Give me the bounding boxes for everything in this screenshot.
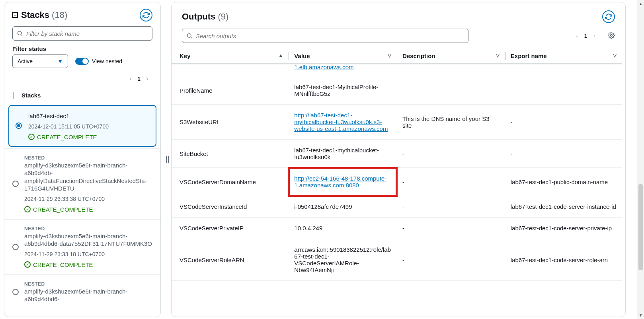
refresh-stacks-button[interactable] [140, 9, 152, 21]
outputs-table: Key▲ Value▽ Description▽ Export name▽ 1.… [172, 49, 622, 281]
cell-desc [397, 64, 505, 76]
cell-export: - [505, 105, 622, 140]
table-row: VSCodeServerRoleARNarn:aws:iam::59018382… [172, 239, 622, 281]
cell-key [172, 64, 289, 76]
svg-point-6 [611, 34, 613, 36]
svg-rect-2 [166, 156, 167, 163]
svg-point-0 [18, 31, 21, 35]
sort-icon: ▽ [496, 53, 500, 58]
cell-desc: This is the DNS name of your S3 site [397, 105, 505, 140]
stack-search-input[interactable] [26, 30, 148, 37]
outputs-panel: Outputs (9) ‹ 1 › [171, 2, 626, 317]
radio-button[interactable] [12, 289, 19, 295]
cell-desc: - [397, 239, 505, 281]
col-description[interactable]: Description▽ [397, 49, 505, 64]
vertical-scrollbar[interactable]: ▲ ▼ [637, 0, 644, 319]
cell-value: http://lab67-test-dec1-mythicalbucket-fu… [289, 105, 397, 140]
output-link[interactable]: http://lab67-test-dec1-mythicalbucket-fu… [294, 112, 388, 132]
cell-export: - [505, 76, 622, 105]
next-page-button[interactable]: › [594, 33, 596, 39]
cell-key: VSCodeServerInstanceId [172, 196, 289, 218]
nested-badge: NESTED [24, 155, 152, 161]
col-value[interactable]: Value▽ [289, 49, 397, 64]
outputs-pager: ‹ 1 › [576, 32, 615, 40]
stack-item[interactable]: NESTEDamplify-d3kshuzexm5e6t-main-branch… [4, 274, 160, 309]
gear-icon [608, 32, 615, 39]
page-number: 1 [584, 33, 587, 39]
stack-item[interactable]: NESTEDamplify-d3kshuzexm5e6t-main-branch… [4, 219, 160, 274]
cell-export: - [505, 140, 622, 168]
cell-export: lab67-test-dec1-code-server-role-arn [505, 239, 622, 281]
cell-desc: - [397, 76, 505, 105]
cell-key: VSCodeServerRoleARN [172, 239, 289, 281]
prev-page-button[interactable]: ‹ [576, 33, 578, 39]
filter-status-label: Filter status [12, 45, 152, 52]
stack-item[interactable]: lab67-test-dec12024-12-01 15:11:05 UTC+0… [8, 105, 156, 147]
page-number: 1 [137, 76, 141, 82]
panel-splitter[interactable] [164, 0, 171, 319]
stack-name: amplify-d3kshuzexm5e6t-main-branch-a6b9d… [24, 161, 152, 193]
outputs-search[interactable] [182, 29, 468, 43]
outputs-search-input[interactable] [196, 33, 464, 39]
stack-item[interactable]: NESTEDamplify-d3kshuzexm5e6t-main-branch… [4, 148, 160, 219]
prev-page-button[interactable]: ‹ [129, 74, 132, 83]
table-row: VSCodeServerPrivateIP10.0.4.249-lab67-te… [172, 218, 622, 239]
col-key[interactable]: Key▲ [172, 49, 289, 64]
cell-value: 1.elb.amazonaws.com [289, 64, 397, 76]
stack-status: ✓CREATE_COMPLETE [28, 134, 148, 140]
cell-value: arn:aws:iam::590183822512:role/lab67-tes… [289, 239, 397, 281]
refresh-icon [142, 12, 150, 19]
cell-export: lab67-test-dec1-code-server-instance-id [505, 196, 622, 218]
filter-status-select[interactable]: Active ▼ [12, 54, 68, 68]
svg-line-5 [191, 37, 192, 38]
stack-name: amplify-d3kshuzexm5e6t-main-branch-a6b9d… [24, 288, 152, 303]
stacks-count: (18) [52, 10, 67, 20]
svg-point-4 [187, 34, 191, 37]
cell-key: S3WebsiteURL [172, 105, 289, 140]
cell-export [505, 64, 622, 76]
output-link[interactable]: 1.elb.amazonaws.com [294, 64, 353, 70]
output-link[interactable]: http://ec2-54-166-48-178.compute-1.amazo… [294, 175, 386, 189]
col-export[interactable]: Export name▽ [505, 49, 622, 64]
cell-desc: - [397, 196, 505, 218]
refresh-icon [605, 13, 612, 20]
filter-status-value: Active [18, 58, 33, 64]
radio-button[interactable] [16, 123, 22, 129]
check-icon: ✓ [24, 261, 31, 268]
stacks-subheading: | Stacks [4, 87, 160, 103]
table-row: S3WebsiteURLhttp://lab67-test-dec1-mythi… [172, 105, 622, 140]
table-row: 1.elb.amazonaws.com [172, 64, 622, 76]
cell-value: lab67-test-dec1-mythicalbucket-fu3wuolks… [289, 140, 397, 168]
table-row: VSCodeServerDomainNamehttp://ec2-54-166-… [172, 168, 622, 196]
collapse-icon[interactable]: − [12, 12, 18, 18]
stack-name: amplify-d3kshuzexm5e6t-main-branch-a6b9d… [24, 232, 152, 248]
cell-value: 10.0.4.249 [289, 218, 397, 239]
scrollbar-thumb[interactable] [638, 184, 643, 270]
cell-key: VSCodeServerPrivateIP [172, 218, 289, 239]
table-row: ProfileNamelab67-test-dec1-MythicalProfi… [172, 76, 622, 105]
refresh-outputs-button[interactable] [602, 10, 615, 23]
svg-line-1 [21, 35, 22, 36]
splitter-icon [166, 156, 170, 163]
nested-badge: NESTED [24, 281, 152, 287]
radio-button[interactable] [12, 244, 19, 250]
chevron-down-icon: ▼ [57, 58, 63, 64]
cell-desc: - [397, 218, 505, 239]
stacks-sidebar: − Stacks (18) Filter status Active ▼ [4, 2, 161, 317]
table-row: VSCodeServerInstanceIdi-0504128afc7de749… [172, 196, 622, 218]
view-nested-toggle[interactable] [75, 58, 89, 65]
cell-desc: - [397, 140, 505, 168]
cell-value: i-0504128afc7de7499 [289, 196, 397, 218]
settings-button[interactable] [602, 32, 615, 40]
cell-export: lab67-test-dec1-public-domain-name [505, 168, 622, 196]
stack-search[interactable] [12, 26, 152, 41]
scroll-down-icon: ▼ [639, 313, 643, 317]
cell-key: SiteBucket [172, 140, 289, 168]
svg-rect-3 [168, 156, 169, 163]
next-page-button[interactable]: › [146, 74, 148, 83]
radio-button[interactable] [12, 181, 19, 187]
stack-status: ✓CREATE_COMPLETE [24, 206, 152, 213]
sort-asc-icon: ▲ [278, 53, 283, 58]
search-icon [186, 33, 193, 39]
sort-icon: ▽ [388, 53, 391, 58]
